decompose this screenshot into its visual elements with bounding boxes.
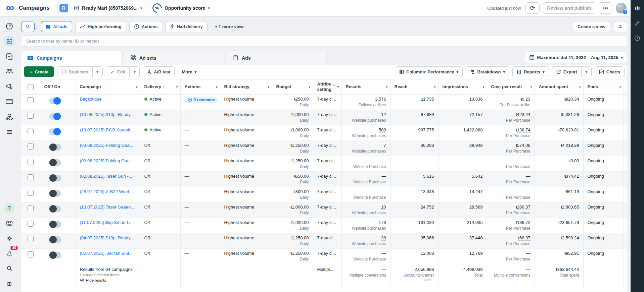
col-cost-per-result[interactable]: Cost per result▾ (487, 79, 535, 94)
edit-button[interactable]: Edit (106, 66, 130, 77)
advertise-icon[interactable] (4, 81, 14, 92)
all-tools-icon[interactable] (4, 127, 14, 137)
campaign-toggle[interactable] (49, 206, 61, 212)
campaign-toggle[interactable] (49, 144, 61, 151)
cpr-link[interactable]: ŧ280.37 (516, 205, 530, 210)
campaign-toggle[interactable] (49, 128, 61, 135)
view-high-performing[interactable]: High performing (75, 21, 126, 32)
audiences-icon[interactable] (4, 66, 14, 76)
breakdown-button[interactable]: Breakdown▾ (466, 66, 509, 77)
ads-reporting-icon[interactable] (4, 51, 14, 61)
report-bug-icon[interactable] (4, 279, 14, 289)
create-button[interactable]: +Create (24, 66, 54, 77)
more-button[interactable]: More▾ (178, 66, 200, 77)
col-bid-strategy[interactable]: Bid strategy▾ (220, 79, 272, 94)
row-checkbox[interactable] (28, 251, 34, 257)
notifications-bell-icon[interactable]: 45 (4, 248, 14, 258)
view-had-delivery[interactable]: Had delivery (165, 21, 207, 32)
tab-ad-sets[interactable]: Ad sets (124, 51, 224, 65)
one-more-view-button[interactable]: + 1 more view (211, 21, 248, 32)
bar-chart-icon[interactable] (634, 4, 640, 10)
news-icon[interactable] (4, 218, 14, 228)
edit-dropdown[interactable]: ▾ (130, 66, 140, 77)
view-all-ads[interactable]: All ads (41, 21, 72, 32)
col-impressions[interactable]: Impressions▾ (438, 79, 487, 94)
columns-button[interactable]: Columns: Performance▾ (395, 66, 463, 77)
col-amount-spent[interactable]: Amount spent▾ (535, 79, 583, 94)
campaign-toggle[interactable] (49, 175, 61, 181)
campaign-link[interactable]: (13.07.2025),Taser Gaaan ... (80, 205, 136, 210)
row-checkbox[interactable] (28, 205, 34, 211)
view-settings-button[interactable] (613, 21, 627, 32)
cpr-link[interactable]: ŧ574.06 (516, 143, 530, 148)
campaign-toggle[interactable] (49, 221, 61, 228)
row-checkbox[interactable] (28, 113, 34, 119)
campaign-link[interactable]: (03.08.2025),Folding Gaa... (80, 158, 136, 163)
add-column-button[interactable]: ⊕ (624, 79, 627, 94)
results-link[interactable]: 509 (379, 127, 386, 133)
account-selector[interactable]: R Ready Mart (858752069... ▾ (57, 2, 146, 14)
duplicate-dropdown[interactable]: ▾ (93, 66, 103, 77)
campaign-link[interactable]: (02.08.2025),Taser Gun -... (80, 174, 136, 179)
col-delivery[interactable]: Delivery ↑▾ (140, 79, 180, 94)
reports-button[interactable]: Reports▾ (512, 66, 549, 77)
campaign-toggle[interactable] (49, 113, 61, 120)
campaign-link[interactable]: (28.07.2025),X-B22 Wirel... (80, 189, 136, 194)
hide-results-button[interactable]: Hide results (80, 278, 136, 282)
create-view-button[interactable]: Create a view (573, 21, 610, 32)
review-publish-button[interactable]: Review and publish (543, 2, 596, 14)
campaign-toggle[interactable] (49, 252, 61, 258)
row-checkbox[interactable] (28, 128, 34, 134)
row-checkbox[interactable] (28, 174, 34, 180)
opportunity-score[interactable]: 96 Opportunity score ▾ (152, 3, 210, 13)
search-view-button[interactable] (21, 21, 35, 32)
row-checkbox[interactable] (28, 143, 34, 150)
campaigns-nav-icon[interactable] (4, 36, 14, 46)
tab-ads[interactable]: Ads (227, 51, 327, 65)
results-link[interactable]: 7 (383, 143, 386, 148)
campaign-link[interactable]: (10.08.2025).$10p, Ready... (80, 112, 136, 117)
col-results[interactable]: Results▾ (341, 79, 390, 94)
campaign-link[interactable]: (02.07.2025), Jelifish Blut... (80, 251, 136, 256)
col-ends[interactable]: Ends▾ (583, 79, 624, 94)
account-overview-icon[interactable] (4, 21, 14, 31)
row-checkbox[interactable] (28, 159, 34, 165)
events-manager-icon[interactable] (4, 112, 14, 122)
more-options-button[interactable]: ••• (599, 2, 612, 14)
search-input[interactable] (21, 36, 627, 47)
campaign-link[interactable]: Bagzotique (80, 97, 136, 102)
edit-pencil-icon[interactable] (634, 20, 640, 26)
user-avatar[interactable]: f (616, 3, 627, 13)
billing-icon[interactable] (4, 97, 14, 107)
help-icon[interactable]: ? (4, 203, 14, 213)
results-link[interactable]: 12 (381, 112, 386, 117)
col-actions[interactable]: Actions▾ (180, 79, 220, 94)
cpr-link[interactable]: ŧ138.74 (516, 127, 530, 133)
campaign-link[interactable]: (11.07.2025),$5p,Smart Li... (80, 220, 136, 225)
results-link[interactable]: 173 (379, 220, 386, 225)
refresh-button[interactable]: ⟳ (525, 2, 539, 14)
campaign-toggle[interactable] (49, 159, 61, 166)
col-campaign[interactable]: Campaign▾ (76, 79, 140, 94)
row-checkbox[interactable] (28, 221, 34, 227)
row-checkbox[interactable] (28, 97, 34, 103)
campaign-toggle[interactable] (49, 98, 61, 104)
recommendations-badge[interactable]: 3 recomme (185, 97, 218, 103)
select-all-checkbox[interactable] (28, 84, 34, 90)
results-link[interactable]: 10 (381, 205, 386, 210)
campaign-link[interactable]: (13.07.2025),RGB Karaok... (80, 127, 136, 132)
campaign-toggle[interactable] (49, 236, 61, 243)
row-checkbox[interactable] (28, 190, 34, 196)
search-rail-icon[interactable] (4, 264, 14, 274)
charts-button[interactable]: Charts (595, 66, 625, 77)
duplicate-button[interactable]: Duplicate (57, 66, 93, 77)
view-actions[interactable]: Actions (129, 21, 163, 32)
tab-campaigns[interactable]: Campaigns (21, 51, 121, 65)
campaign-link[interactable]: (04.07.2025).$10p, Ready... (80, 235, 136, 240)
cpr-link[interactable]: ŧ136.72 (516, 220, 530, 225)
summary-reach[interactable]: 2,656,986 (415, 267, 434, 272)
cpr-link[interactable]: ŧ68.37 (518, 235, 530, 241)
ab-test-button[interactable]: A/B test (143, 66, 175, 77)
meta-logo-icon[interactable]: ∞ (6, 2, 14, 12)
col-reach[interactable]: Reach▾ (390, 79, 438, 94)
